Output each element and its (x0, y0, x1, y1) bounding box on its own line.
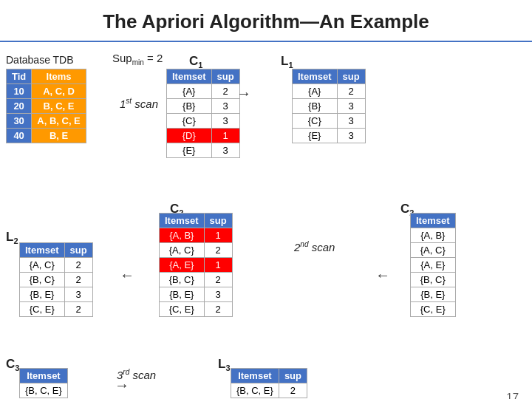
c3-col-itemset: Itemset (20, 369, 68, 383)
l2-col-sup: sup (64, 243, 92, 258)
scan2-label: 2nd scan (294, 240, 335, 253)
l3-col-itemset: Itemset (231, 369, 279, 383)
l3-label: L3 (218, 357, 231, 372)
c1-label: C1 (189, 54, 202, 69)
c2-table: Itemset sup {A, B}1 {A, C}2 {A, E}1 {B, … (159, 213, 233, 317)
page-number: 17 (506, 390, 519, 399)
c1-col-sup: sup (211, 69, 239, 84)
tdb-col-items: Items (32, 69, 86, 84)
scan3-label: 3rd scan (117, 368, 156, 381)
l2-col-itemset: Itemset (20, 243, 65, 258)
c2-col-itemset: Itemset (160, 214, 205, 228)
arrow-c2-l2: ← (120, 267, 134, 284)
l3-col-sup: sup (279, 369, 307, 383)
c1-col-itemset: Itemset (167, 69, 212, 84)
tdb-table: Tid Items 10 A, C, D 20 B, C, E 30 A, B,… (6, 69, 86, 143)
c2b-table: Itemset {A, B} {A, C} {A, E} {B, C} {B, … (410, 213, 456, 317)
c2-col-sup: sup (204, 214, 232, 228)
page-title: The Apriori Algorithm—An Example (0, 0, 532, 39)
l3-table: Itemset sup {B, C, E}2 (231, 368, 307, 398)
tdb-col-tid: Tid (7, 69, 32, 84)
l1-table: Itemset sup {A}2 {B}3 {C}3 {E}3 (292, 69, 366, 143)
arrow-c1-l1: → (236, 85, 251, 102)
l1-col-itemset: Itemset (293, 69, 338, 84)
c3-table: Itemset {B, C, E} (19, 368, 68, 398)
l1-col-sup: sup (337, 69, 365, 84)
c2b-col-itemset: Itemset (411, 214, 456, 228)
scan1-label: 1st scan (120, 97, 158, 110)
arrow-c2b-c2: ← (375, 267, 390, 284)
supmin-label: Supmin = 2 (112, 52, 163, 66)
c3-label: C3 (6, 357, 19, 372)
l2-table: Itemset sup {A, C}2 {B, C}2 {B, E}3 {C, … (19, 242, 93, 317)
l1-label: L1 (281, 54, 293, 69)
l2-label: L2 (6, 230, 18, 245)
database-label: Database TDB (6, 54, 74, 66)
c1-table: Itemset sup {A}2 {B}3 {C}3 {D}1 {E}3 (166, 69, 240, 158)
